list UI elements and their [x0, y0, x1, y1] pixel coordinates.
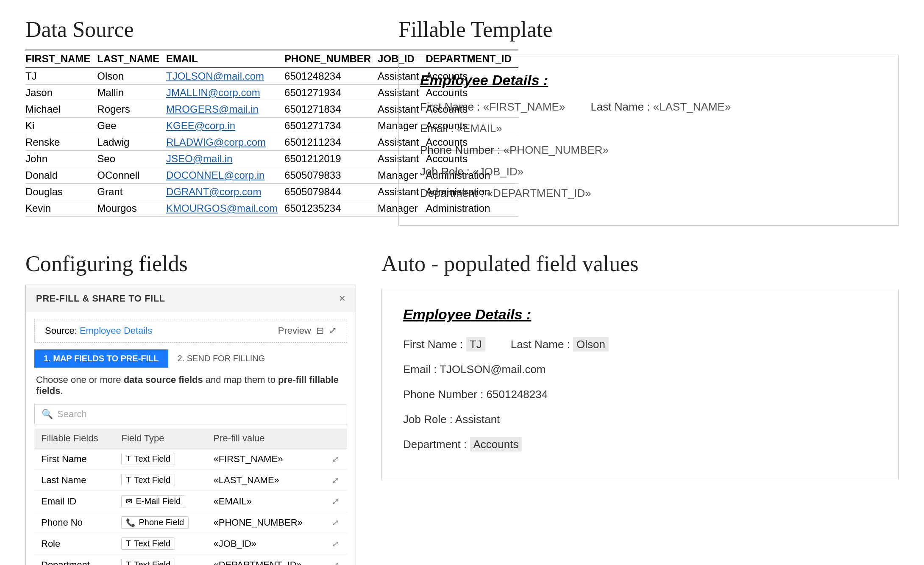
table-cell: TJ [25, 68, 97, 85]
auto-name-row: First Name : TJ Last Name : Olson [403, 338, 877, 351]
auto-email-row: Email : TJOLSON@mail.com [403, 363, 877, 376]
table-cell: TJOLSON@mail.com [166, 68, 284, 85]
modal-search-bar[interactable]: 🔍 Search [34, 404, 347, 424]
table-cell: 6501235234 [284, 200, 378, 217]
col-header-phone_number: PHONE_NUMBER [284, 50, 378, 68]
modal-description: Choose one or more data source fields an… [26, 368, 356, 401]
fillable-phone-row: Phone Number : «PHONE_NUMBER» [420, 144, 877, 157]
auto-job-row: Job Role : Assistant [403, 413, 877, 426]
modal-table-body: First NameT Text Field«FIRST_NAME»⤢Last … [34, 449, 347, 565]
col-header-last_name: LAST_NAME [97, 50, 166, 68]
table-cell: Ladwig [97, 134, 166, 151]
table-cell: KGEE@corp.in [166, 118, 284, 134]
source-label: Source: Employee Details [45, 325, 152, 336]
share-icon[interactable]: ⤢ [329, 325, 337, 336]
data-source-title: Data Source [25, 17, 373, 42]
modal-field-name: Role [34, 533, 114, 554]
table-cell: 6501271934 [284, 85, 378, 101]
data-source-section: Data Source FIRST_NAMELAST_NAMEEMAILPHON… [25, 17, 373, 226]
auto-populated-section: Employee Details : First Name : TJ Last … [381, 289, 899, 480]
fillable-firstname-value: «FIRST_NAME» [483, 100, 565, 113]
modal-header-title: PRE-FILL & SHARE TO FILL [36, 293, 165, 304]
fillable-phone-value: «PHONE_NUMBER» [504, 144, 609, 156]
preview-label[interactable]: Preview [278, 325, 311, 336]
col-fillable-fields: Fillable Fields [34, 429, 114, 449]
fillable-form-title: Employee Details : [420, 72, 877, 89]
field-type-icon: T Text Field [121, 474, 175, 486]
expand-icon[interactable]: ⤢ [323, 491, 347, 512]
fillable-lastname-label: Last Name : «LAST_NAME» [590, 100, 731, 114]
modal-field-type: T Text Field [114, 470, 206, 491]
fillable-lastname-value: «LAST_NAME» [653, 100, 731, 113]
tab-send-filling[interactable]: 2. SEND FOR FILLING [168, 349, 275, 368]
expand-icon[interactable]: ⤢ [323, 470, 347, 491]
modal-tabs: 1. MAP FIELDS TO PRE-FILL 2. SEND FOR FI… [34, 349, 347, 368]
field-type-icon: T Text Field [121, 537, 175, 550]
table-cell: RLADWIG@corp.com [166, 134, 284, 151]
modal-fields-table: Fillable Fields Field Type Pre-fill valu… [34, 429, 347, 565]
fillable-template-section: Employee Details : First Name : «FIRST_N… [398, 55, 899, 226]
auto-job-label: Job Role : Assistant [403, 413, 500, 426]
configuring-section: Configuring fields PRE-FILL & SHARE TO F… [25, 251, 356, 565]
expand-icon[interactable]: ⤢ [323, 449, 347, 470]
modal-field-name: Email ID [34, 491, 114, 512]
table-cell: 6501212019 [284, 151, 378, 167]
search-placeholder: Search [57, 409, 87, 420]
field-type-icon: 📞 Phone Field [121, 516, 189, 529]
fillable-email-value: «EMAIL» [457, 122, 502, 135]
fillable-phone-label: Phone Number : «PHONE_NUMBER» [420, 144, 609, 157]
auto-dept-label: Department : Accounts [403, 438, 522, 451]
auto-email-label: Email : TJOLSON@mail.com [403, 363, 546, 376]
modal-field-type: 📞 Phone Field [114, 512, 206, 533]
auto-firstname-label: First Name : TJ [403, 338, 485, 351]
modal-header: PRE-FILL & SHARE TO FILL × [26, 285, 356, 312]
col-header-email: EMAIL [166, 50, 284, 68]
close-icon[interactable]: × [339, 292, 345, 305]
source-value[interactable]: Employee Details [80, 325, 152, 336]
list-item: DepartmentT Text Field«DEPARTMENT_ID»⤢ [34, 554, 347, 565]
table-cell: Mallin [97, 85, 166, 101]
list-item: Last NameT Text Field«LAST_NAME»⤢ [34, 470, 347, 491]
table-cell: Michael [25, 101, 97, 118]
modal-prefill-value: «FIRST_NAME» [207, 449, 324, 470]
table-cell: Olson [97, 68, 166, 85]
table-cell: 6501271734 [284, 118, 378, 134]
fillable-job-value: «JOB_ID» [473, 165, 523, 178]
field-type-icon: T Text Field [121, 453, 175, 465]
auto-phone-row: Phone Number : 6501248234 [403, 388, 877, 401]
fillable-template-container: Fillable Template Employee Details : Fir… [398, 17, 899, 226]
expand-icon[interactable]: ⤢ [323, 554, 347, 565]
expand-icon[interactable]: ⤢ [323, 512, 347, 533]
modal-field-name: First Name [34, 449, 114, 470]
field-type-icon: T Text Field [121, 559, 175, 565]
auto-firstname-value: TJ [466, 337, 485, 352]
table-cell: OConnell [97, 167, 166, 184]
expand-icon[interactable]: ⤢ [323, 533, 347, 554]
table-cell: JSEO@mail.in [166, 151, 284, 167]
auto-populated-container: Auto - populated field values Employee D… [381, 251, 899, 565]
filter-icon[interactable]: ⊟ [316, 325, 324, 336]
table-cell: Donald [25, 167, 97, 184]
modal-field-name: Last Name [34, 470, 114, 491]
modal-box: PRE-FILL & SHARE TO FILL × Source: Emplo… [25, 285, 356, 565]
table-cell: MROGERS@mail.in [166, 101, 284, 118]
table-cell: John [25, 151, 97, 167]
modal-prefill-value: «EMAIL» [207, 491, 324, 512]
table-cell: Renske [25, 134, 97, 151]
table-cell: Grant [97, 184, 166, 200]
table-cell: Rogers [97, 101, 166, 118]
auto-populated-title: Auto - populated field values [381, 251, 899, 276]
modal-source-actions: Preview ⊟ ⤢ [278, 325, 337, 336]
fillable-job-row: Job Role : «JOB_ID» [420, 165, 877, 178]
table-cell: Ki [25, 118, 97, 134]
fillable-job-label: Job Role : «JOB_ID» [420, 165, 523, 178]
field-type-icon: ✉ E-Mail Field [121, 495, 185, 507]
modal-source-bar: Source: Employee Details Preview ⊟ ⤢ [34, 319, 347, 343]
modal-field-type: ✉ E-Mail Field [114, 491, 206, 512]
modal-field-type: T Text Field [114, 533, 206, 554]
auto-lastname-value: Olson [573, 337, 609, 352]
list-item: RoleT Text Field«JOB_ID»⤢ [34, 533, 347, 554]
tab-map-fields[interactable]: 1. MAP FIELDS TO PRE-FILL [34, 349, 168, 368]
col-header-first_name: FIRST_NAME [25, 50, 97, 68]
table-cell: DGRANT@corp.com [166, 184, 284, 200]
